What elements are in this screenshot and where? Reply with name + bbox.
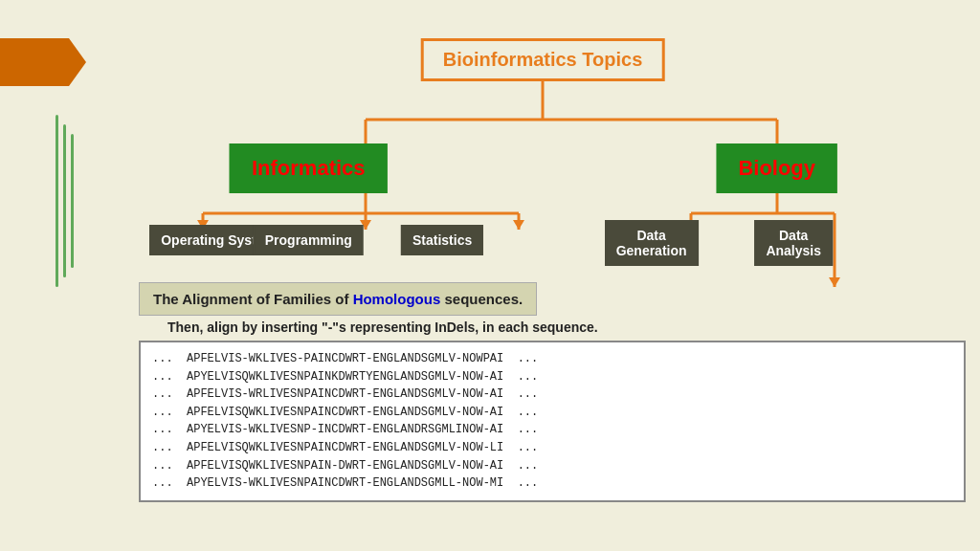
leaf-datagen-label: DataGeneration — [616, 228, 687, 258]
leaf-dataanalysis-label: DataAnalysis — [766, 228, 821, 258]
root-label: Bioinformatics Topics — [443, 49, 643, 70]
alignment-header: The Alignment of Families of Homologous … — [139, 282, 537, 316]
leaf-stats-label: Statistics — [412, 232, 472, 248]
header-text-before: The Alignment of Families of — [153, 291, 353, 307]
informatics-label: Informatics — [252, 156, 366, 180]
seq-line-8: ... APYELVIS-WKLIVESNPAINCDWRT-ENGLANDSG… — [152, 474, 952, 493]
leaf-prog-label: Programming — [265, 232, 352, 248]
seq-line-4: ... APFELVISQWKLIVESNPAINCDWRT-ENGLANDSG… — [152, 404, 952, 422]
root-node: Bioinformatics Topics — [421, 38, 665, 81]
seq-line-2: ... APYELVISQWKLIVESNPAINKDWRTYENGLANDSG… — [152, 368, 952, 386]
left-vertical-lines — [56, 115, 74, 551]
lower-content: The Alignment of Families of Homologous … — [139, 282, 966, 502]
leaf-data-analysis: DataAnalysis — [754, 220, 833, 266]
header-text-after: sequences. — [440, 291, 523, 307]
leaf-statistics: Statistics — [401, 225, 483, 255]
topic-diagram: Bioinformatics Topics Informatics Biolog… — [124, 29, 961, 306]
seq-line-1: ... APFELVIS-WKLIVES-PAINCDWRT-ENGLANDSG… — [152, 350, 952, 368]
informatics-node: Informatics — [230, 143, 388, 193]
sequence-box: ... APFELVIS-WKLIVES-PAINCDWRT-ENGLANDSG… — [139, 341, 966, 502]
biology-node: Biology — [716, 143, 837, 193]
seq-line-3: ... APFELVIS-WRLIVESNPAINCDWRT-ENGLANDSG… — [152, 386, 952, 404]
seq-line-7: ... APFELVISQWKLIVESNPAIN-DWRT-ENGLANDSG… — [152, 457, 952, 475]
leaf-programming: Programming — [254, 225, 364, 255]
seq-line-5: ... APYELVIS-WKLIVESNP-INCDWRT-ENGLANDRS… — [152, 421, 952, 439]
biology-label: Biology — [738, 156, 815, 180]
leaf-data-generation: DataGeneration — [605, 220, 699, 266]
left-decoration — [0, 38, 105, 96]
header-highlight: Homologous — [353, 291, 441, 307]
left-arrow-shape — [0, 38, 86, 86]
svg-marker-13 — [513, 220, 524, 230]
seq-line-6: ... APFELVISQWKLIVESNPAINCDWRT-ENGLANDSG… — [152, 439, 952, 457]
subtitle: Then, align by inserting "-"s representi… — [167, 320, 966, 335]
